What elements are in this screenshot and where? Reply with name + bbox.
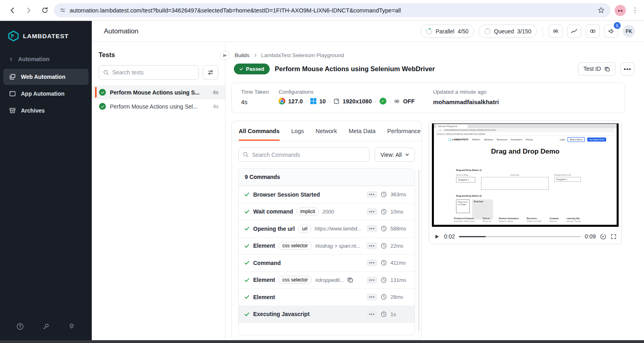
command-row[interactable]: Browser Session Started ••• 363ms: [239, 186, 415, 203]
command-row[interactable]: Command ••• 411ms: [239, 254, 415, 271]
breadcrumb-build-name[interactable]: LambdaTest Selenium Playground: [261, 52, 344, 58]
row-more-button[interactable]: •••: [367, 208, 377, 215]
screen: automation.lambdatest.com/test?build=346…: [0, 0, 644, 343]
copy-selector-button[interactable]: [347, 277, 353, 283]
browser-menu-icon[interactable]: ⋮: [632, 6, 638, 14]
test-duration: 4s: [213, 89, 219, 95]
mock-dropzone: [481, 177, 549, 190]
play-button[interactable]: [434, 234, 440, 240]
command-name: Command: [253, 260, 281, 266]
check-icon: [244, 226, 250, 232]
command-row[interactable]: Executing Javascript ••• 1s: [239, 306, 415, 323]
collapse-panel-button[interactable]: [220, 51, 230, 60]
test-id-button[interactable]: Test ID: [578, 62, 615, 76]
video-controls: 0:02 0:09: [429, 229, 621, 244]
address-bar[interactable]: automation.lambdatest.com/test?build=346…: [54, 3, 611, 17]
sidebar-item-label: App Automation: [21, 90, 64, 97]
tests-filter-button[interactable]: [203, 65, 218, 80]
video-frame[interactable]: Selenium Playground ‹ › ⟳www.lambdatest.…: [429, 121, 621, 229]
chevron-right-icon: [253, 53, 258, 58]
sidebar-section-automation[interactable]: Automation: [0, 45, 92, 68]
row-more-button[interactable]: •••: [367, 191, 377, 198]
row-more-button[interactable]: •••: [367, 311, 377, 318]
command-row[interactable]: Element css selector #todrag > span:nt..…: [239, 237, 415, 255]
help-icon[interactable]: [15, 322, 25, 331]
announcements-button[interactable]: 5: [604, 25, 618, 38]
tests-search-input[interactable]: [112, 69, 194, 76]
row-more-button[interactable]: •••: [367, 277, 377, 283]
site-settings-icon[interactable]: [60, 7, 66, 13]
commands-count: 9 Commands: [239, 168, 415, 186]
command-name: Element: [253, 294, 275, 300]
sidebar-item-app-automation[interactable]: App Automation: [3, 86, 89, 102]
bookmark-star-icon[interactable]: [597, 6, 605, 14]
command-row[interactable]: Opening the url url https://www.lambd...…: [239, 220, 415, 237]
row-more-button[interactable]: •••: [367, 294, 377, 300]
row-more-button[interactable]: •••: [367, 225, 377, 232]
tab-performance[interactable]: Performance: [387, 121, 421, 141]
clock-icon: [381, 294, 387, 300]
command-row[interactable]: Element css selector #droppedli... ••• 1…: [239, 271, 415, 289]
breadcrumb-builds[interactable]: Builds: [235, 52, 250, 58]
browser-chrome: automation.lambdatest.com/test?build=346…: [0, 0, 644, 21]
clock-icon: [381, 209, 387, 215]
commands-search-input[interactable]: [252, 152, 365, 158]
tab-meta-data[interactable]: Meta Data: [349, 121, 376, 141]
mock-login: Login: [560, 138, 565, 141]
brand[interactable]: LAMBDATEST: [0, 21, 92, 45]
command-name: Element: [253, 242, 275, 249]
seek-bar[interactable]: [459, 236, 581, 237]
sidebar-item-archives[interactable]: Archives: [3, 103, 89, 119]
user-avatar[interactable]: FK: [623, 25, 635, 37]
forward-icon[interactable]: [22, 4, 35, 17]
command-row[interactable]: Element ••• 28ms: [239, 288, 415, 306]
sidebar-item-web-automation[interactable]: Web Automation: [3, 69, 89, 85]
test-list-item[interactable]: Perform Mouse Actions using Sel... 4s: [92, 99, 225, 113]
tab-logs[interactable]: Logs: [291, 121, 304, 141]
app-window-icon: [9, 90, 16, 97]
commands-search[interactable]: [238, 148, 370, 162]
scrollbar[interactable]: [418, 169, 420, 331]
tab-all-commands[interactable]: All Commands: [239, 121, 280, 141]
lambdatest-logo-icon: [8, 31, 19, 41]
command-value: 2000: [322, 209, 334, 215]
selenium-icon: ✓: [380, 98, 386, 105]
playback-speed-button[interactable]: [600, 233, 607, 240]
reload-icon[interactable]: [38, 4, 52, 17]
tests-search[interactable]: [99, 65, 199, 80]
back-icon[interactable]: [6, 4, 19, 17]
test-name: Perform Mouse Actions using S...: [110, 89, 209, 96]
analytics-button[interactable]: [567, 25, 581, 38]
resolution-value: 1920x1080: [343, 98, 372, 105]
fullscreen-button[interactable]: [611, 234, 617, 240]
tab-network[interactable]: Network: [316, 121, 337, 141]
trend-icon: [571, 28, 578, 35]
mock-brand: LAMBDATEST: [448, 138, 469, 141]
url-text[interactable]: automation.lambdatest.com/test?build=346…: [70, 7, 593, 14]
row-more-button[interactable]: •••: [367, 259, 377, 266]
queued-status-pill[interactable]: Queued 3/150: [479, 25, 537, 38]
more-options-button[interactable]: •••: [621, 62, 634, 76]
integrations-button[interactable]: [586, 25, 600, 38]
row-more-button[interactable]: •••: [367, 242, 377, 249]
command-row[interactable]: Wait command implicit 2000 ••• 10ms: [239, 203, 415, 220]
integrations-icon[interactable]: [67, 322, 76, 331]
view-filter-dropdown[interactable]: View: All: [375, 148, 415, 162]
queued-progress-ring: [484, 28, 491, 35]
test-list-item[interactable]: Perform Mouse Actions using S... 4s: [92, 85, 225, 99]
browser-profile-avatar[interactable]: ●●: [615, 5, 626, 16]
parallel-status-pill[interactable]: Parallel 4/50: [420, 25, 474, 38]
sidebar-item-label: Web Automation: [21, 74, 65, 80]
audio-icon: [394, 98, 400, 105]
test-info-card: Time Taken 4s Configurations 127.0 · 10: [231, 82, 625, 113]
realtime-button[interactable]: [549, 25, 563, 38]
check-icon: [244, 209, 250, 215]
tab-bar: All Commands Logs Network Meta Data Perf…: [232, 121, 421, 141]
collapse-icon: [222, 53, 228, 58]
command-name: Browser Session Started: [253, 191, 320, 198]
command-row-partial: [239, 322, 415, 335]
resolution-icon: [333, 98, 340, 105]
command-tag: implicit: [296, 207, 319, 216]
audio-value: OFF: [403, 98, 415, 105]
key-icon[interactable]: [41, 322, 51, 331]
